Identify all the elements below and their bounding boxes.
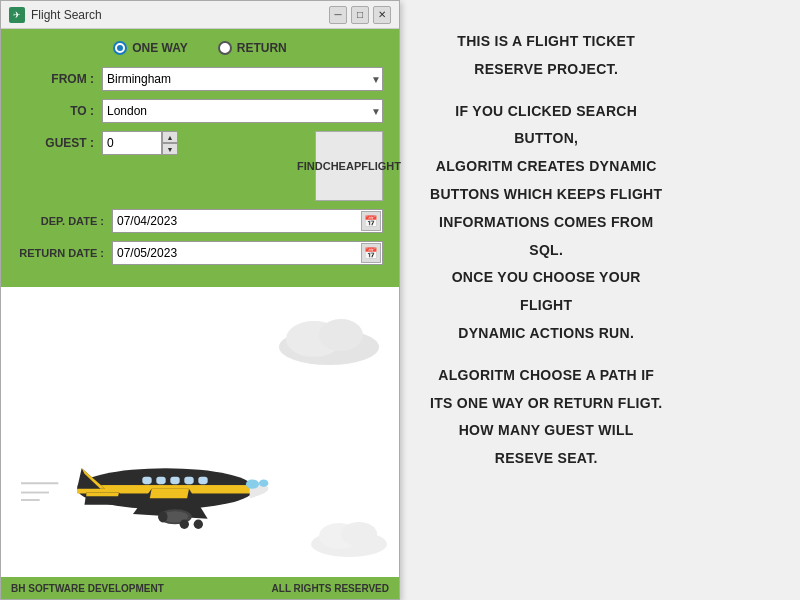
guest-label: GUEST :: [17, 136, 102, 150]
find-cheap-flight-button[interactable]: FIND CHEAP FLIGHT: [315, 131, 383, 201]
svg-rect-15: [170, 477, 179, 484]
svg-rect-13: [198, 477, 207, 484]
form-panel: ONE WAY RETURN FROM : Birmingham ▼ TO : …: [1, 29, 399, 287]
from-select[interactable]: Birmingham: [102, 67, 383, 91]
title-bar: ✈ Flight Search ─ □ ✕: [1, 1, 399, 29]
spinner-buttons: ▲ ▼: [162, 131, 178, 155]
svg-rect-17: [142, 477, 151, 484]
dep-date-wrapper: 📅: [112, 209, 383, 233]
dep-date-row: DEP. DATE : 📅: [17, 209, 383, 233]
return-date-input[interactable]: [112, 241, 383, 265]
to-select-wrapper: London ▼: [102, 99, 383, 123]
find-btn-line1: FIND: [297, 159, 323, 173]
to-label: TO :: [17, 104, 102, 118]
dep-date-input[interactable]: [112, 209, 383, 233]
guest-spinner: ▲ ▼: [102, 131, 178, 155]
guest-find-row: GUEST : ▲ ▼ FIND CHEAP FLIGHT: [17, 131, 383, 201]
svg-point-2: [319, 319, 363, 351]
info-line3: IF YOU CLICKED SEARCH: [430, 100, 662, 124]
find-btn-line3: FLIGHT: [361, 159, 401, 173]
return-date-label: RETURN DATE :: [17, 247, 112, 259]
info-line7: INFORMATIONS COMES FROM: [430, 211, 662, 235]
svg-rect-16: [156, 477, 165, 484]
window-icon: ✈: [9, 7, 25, 23]
info-line12: ALGORITM CHOOSE A PATH IF: [430, 364, 662, 388]
illustration-area: [1, 287, 399, 577]
spinner-down-button[interactable]: ▼: [162, 143, 178, 155]
from-select-wrapper: Birmingham ▼: [102, 67, 383, 91]
spinner-up-button[interactable]: ▲: [162, 131, 178, 143]
info-line5: ALGORITM CREATES DYNAMIC: [430, 155, 662, 179]
one-way-label: ONE WAY: [132, 41, 188, 55]
dep-date-label: DEP. DATE :: [17, 215, 112, 227]
from-label: FROM :: [17, 72, 102, 86]
info-line14: HOW MANY GUEST WILL: [430, 419, 662, 443]
one-way-option[interactable]: ONE WAY: [113, 41, 188, 55]
info-panel: THIS IS A FLIGHT TICKET RESERVE PROJECT.…: [400, 0, 800, 505]
cloud-bottom-right: [304, 512, 394, 557]
trip-type-row: ONE WAY RETURN: [17, 41, 383, 55]
airplane-illustration: [21, 416, 301, 547]
info-line2: RESERVE PROJECT.: [430, 58, 662, 82]
info-text-block: THIS IS A FLIGHT TICKET RESERVE PROJECT.…: [430, 30, 662, 475]
svg-point-11: [246, 480, 259, 489]
footer-bar: BH SOFTWARE DEVELOPMENT ALL RIGHTS RESER…: [1, 577, 399, 599]
info-line10: FLIGHT: [430, 294, 662, 318]
cloud-right: [269, 307, 389, 367]
info-line1: THIS IS A FLIGHT TICKET: [430, 30, 662, 54]
svg-rect-14: [184, 477, 193, 484]
flight-search-window: ✈ Flight Search ─ □ ✕ ONE WAY RETURN FRO…: [0, 0, 400, 600]
window-controls: ─ □ ✕: [329, 6, 391, 24]
find-btn-line2: CHEAP: [323, 159, 362, 173]
info-line15: RESEVE SEAT.: [430, 447, 662, 471]
info-line13: ITS ONE WAY OR RETURN FLIGT.: [430, 392, 662, 416]
svg-point-12: [259, 480, 268, 487]
close-button[interactable]: ✕: [373, 6, 391, 24]
one-way-radio[interactable]: [113, 41, 127, 55]
info-line9: ONCE YOU CHOOSE YOUR: [430, 266, 662, 290]
maximize-button[interactable]: □: [351, 6, 369, 24]
info-line4: BUTTON,: [430, 127, 662, 151]
footer-left: BH SOFTWARE DEVELOPMENT: [11, 583, 164, 594]
svg-point-21: [180, 520, 189, 529]
svg-point-20: [158, 512, 167, 523]
window-title: Flight Search: [31, 8, 329, 22]
to-select[interactable]: London: [102, 99, 383, 123]
info-line6: BUTTONS WHICH KEEPS FLIGHT: [430, 183, 662, 207]
guest-input[interactable]: [102, 131, 162, 155]
svg-point-22: [194, 520, 203, 529]
return-radio[interactable]: [218, 41, 232, 55]
footer-right: ALL RIGHTS RESERVED: [272, 583, 389, 594]
return-option[interactable]: RETURN: [218, 41, 287, 55]
return-date-row: RETURN DATE : 📅: [17, 241, 383, 265]
return-date-wrapper: 📅: [112, 241, 383, 265]
to-row: TO : London ▼: [17, 99, 383, 123]
info-line8: SQL.: [430, 239, 662, 263]
minimize-button[interactable]: ─: [329, 6, 347, 24]
return-label: RETURN: [237, 41, 287, 55]
info-line11: DYNAMIC ACTIONS RUN.: [430, 322, 662, 346]
guest-left: GUEST : ▲ ▼: [17, 131, 305, 155]
svg-point-5: [341, 522, 377, 546]
from-row: FROM : Birmingham ▼: [17, 67, 383, 91]
